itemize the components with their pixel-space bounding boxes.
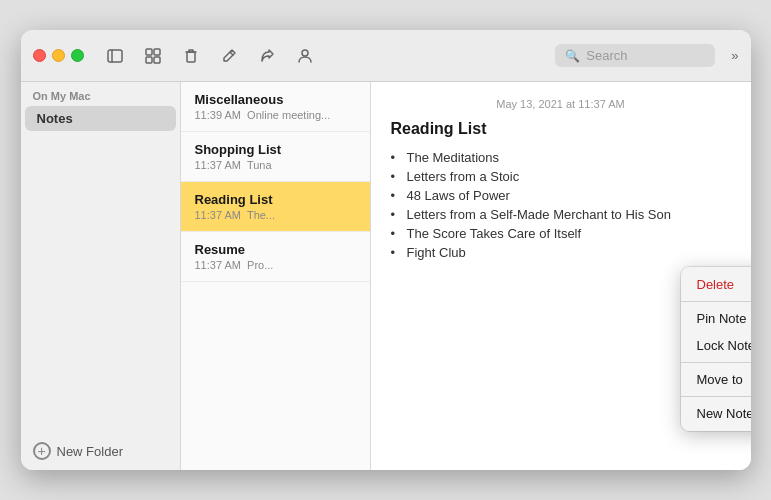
search-box[interactable]: 🔍 (555, 44, 715, 67)
minimize-button[interactable] (52, 49, 65, 62)
grid-icon (145, 48, 161, 64)
note-reading-list: The Meditations Letters from a Stoic 48 … (391, 150, 731, 260)
new-folder-label: New Folder (57, 444, 123, 459)
note-meta: 11:37 AM The... (195, 209, 356, 221)
svg-rect-0 (108, 50, 122, 62)
svg-line-7 (230, 52, 233, 55)
sidebar: On My Mac Notes + New Folder (21, 82, 181, 470)
titlebar: 🔍 » (21, 30, 751, 82)
maximize-button[interactable] (71, 49, 84, 62)
svg-point-8 (302, 50, 308, 56)
edit-button[interactable] (214, 42, 244, 70)
grid-view-button[interactable] (138, 42, 168, 70)
new-folder-button[interactable]: + New Folder (21, 432, 180, 470)
context-menu-pin[interactable]: Pin Note (681, 305, 751, 332)
search-icon: 🔍 (565, 49, 580, 63)
sidebar-icon (107, 48, 123, 64)
note-item-reading[interactable]: Reading List 11:37 AM The... (181, 182, 370, 232)
svg-rect-2 (146, 49, 152, 55)
note-detail: May 13, 2021 at 11:37 AM Reading List Th… (371, 82, 751, 470)
sidebar-toggle-button[interactable] (100, 42, 130, 70)
svg-rect-6 (187, 52, 195, 62)
more-button[interactable]: » (731, 48, 738, 63)
note-date: May 13, 2021 at 11:37 AM (391, 98, 731, 110)
context-menu-moveto[interactable]: Move to ▶ (681, 366, 751, 393)
note-meta: 11:39 AM Online meeting... (195, 109, 356, 121)
list-item: Letters from a Self-Made Merchant to His… (391, 207, 731, 222)
svg-rect-5 (154, 57, 160, 63)
new-folder-icon: + (33, 442, 51, 460)
main-content: On My Mac Notes + New Folder Miscellaneo… (21, 82, 751, 470)
share-button[interactable] (252, 42, 282, 70)
note-title: Reading List (195, 192, 356, 207)
note-item-shopping[interactable]: Shopping List 11:37 AM Tuna (181, 132, 370, 182)
list-item: 48 Laws of Power (391, 188, 731, 203)
moveto-label: Move to (697, 372, 743, 387)
user-button[interactable] (290, 42, 320, 70)
context-menu: Delete Pin Note Lock Note Move to ▶ New … (681, 267, 751, 431)
note-meta: 11:37 AM Tuna (195, 159, 356, 171)
note-meta: 11:37 AM Pro... (195, 259, 356, 271)
note-title: Shopping List (195, 142, 356, 157)
note-title: Miscellaneous (195, 92, 356, 107)
note-item-resume[interactable]: Resume 11:37 AM Pro... (181, 232, 370, 282)
user-icon (297, 48, 313, 64)
close-button[interactable] (33, 49, 46, 62)
svg-rect-3 (154, 49, 160, 55)
share-icon (259, 48, 275, 64)
list-item: Fight Club (391, 245, 731, 260)
list-item: The Meditations (391, 150, 731, 165)
notes-list: Miscellaneous 11:39 AM Online meeting...… (181, 82, 371, 470)
note-item-misc[interactable]: Miscellaneous 11:39 AM Online meeting... (181, 82, 370, 132)
note-title: Resume (195, 242, 356, 257)
sidebar-section-header: On My Mac (21, 82, 180, 106)
context-menu-newnote[interactable]: New Note (681, 400, 751, 427)
context-menu-delete[interactable]: Delete (681, 271, 751, 298)
pencil-icon (221, 48, 237, 64)
context-menu-lock[interactable]: Lock Note (681, 332, 751, 359)
svg-rect-4 (146, 57, 152, 63)
sidebar-item-notes[interactable]: Notes (25, 106, 176, 131)
traffic-lights (33, 49, 84, 62)
app-window: 🔍 » On My Mac Notes + New Folder Miscell… (21, 30, 751, 470)
note-heading: Reading List (391, 120, 731, 138)
list-item: Letters from a Stoic (391, 169, 731, 184)
context-menu-separator (681, 301, 751, 302)
delete-button[interactable] (176, 42, 206, 70)
search-input[interactable] (586, 48, 705, 63)
context-menu-separator (681, 362, 751, 363)
trash-icon (183, 48, 199, 64)
list-item: The Score Takes Care of Itself (391, 226, 731, 241)
context-menu-separator (681, 396, 751, 397)
